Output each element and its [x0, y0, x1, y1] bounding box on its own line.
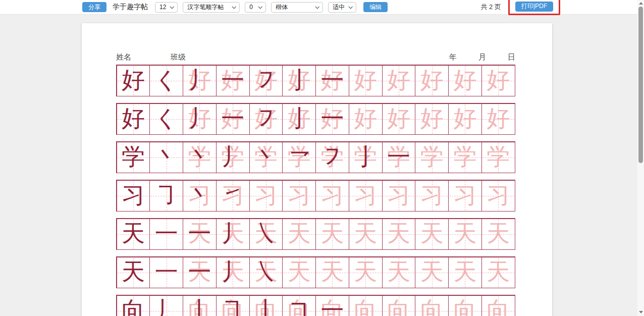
- character-glyph: 学: [420, 145, 444, 168]
- font-size-value: 12: [159, 4, 166, 11]
- grid-row: 学丶学丶学丿学丶学㇖学㇇学亅学一学学学: [116, 141, 515, 173]
- grid-row: 好く好丿好一好㇇好亅好一好好好好好: [116, 65, 515, 96]
- class-label: 班级: [171, 52, 186, 62]
- chevron-down-icon: [170, 5, 174, 9]
- stroke-glyph: 丿: [221, 145, 244, 168]
- practice-cell: 习: [415, 180, 449, 212]
- stroke-glyph: ㇆: [221, 298, 244, 316]
- practice-cell: 天: [415, 257, 449, 288]
- practice-cell: 向: [448, 295, 482, 316]
- template-select[interactable]: 汉字笔顺字帖: [183, 2, 240, 13]
- stroke-glyph: く: [154, 107, 178, 130]
- character-glyph: 好: [487, 68, 510, 91]
- character-glyph: 天: [387, 222, 410, 245]
- character-glyph: 天: [122, 222, 145, 245]
- practice-cell: 天㇏: [249, 219, 283, 250]
- practice-cell: 天: [315, 257, 349, 288]
- practice-cell: 向丨: [249, 295, 283, 316]
- practice-cell: 丿: [149, 295, 183, 316]
- practice-cell: 好一: [315, 103, 349, 135]
- character-glyph: 天: [354, 260, 377, 283]
- practice-cell: 好: [415, 65, 449, 96]
- character-glyph: 习: [354, 183, 377, 206]
- annotation-highlight-box: 打印|PDF: [508, 0, 560, 15]
- character-glyph: 好: [387, 68, 410, 91]
- practice-cell: 向: [415, 295, 449, 316]
- practice-cell: 好丿: [183, 103, 217, 135]
- grid-row: 向丿向丨向㇆向丨向㇕向一向向向向向: [116, 295, 515, 316]
- worksheet-page: 姓名 班级 年 月 日 好く好丿好一好㇇好亅好一好好好好好好く好丿好一好㇇好亅好…: [82, 23, 552, 316]
- edit-button[interactable]: 编辑: [363, 2, 388, 12]
- practice-cell: 好一: [216, 65, 250, 96]
- font-family-value: 楷体: [276, 3, 288, 12]
- practice-cell: 好㇇: [249, 103, 283, 135]
- character-glyph: 天: [387, 260, 410, 283]
- character-glyph: 习: [387, 183, 410, 206]
- print-pdf-button[interactable]: 打印|PDF: [515, 2, 553, 12]
- stroke-glyph: 丨: [254, 298, 278, 316]
- character-glyph: 好: [453, 68, 476, 91]
- practice-cell: ㇆: [149, 180, 183, 212]
- practice-cell: 天: [481, 219, 515, 250]
- spacing-select[interactable]: 适中: [328, 2, 356, 13]
- practice-cell: 天㇏: [249, 257, 283, 288]
- toolbar: 分享 学于趣字帖 12 汉字笔顺字帖 0 楷体 适中 编辑 共 2 页 打印|P…: [0, 0, 644, 15]
- stroke-glyph: 丿: [155, 298, 178, 316]
- chevron-down-icon: [349, 5, 353, 9]
- scroll-down-arrow-icon[interactable]: [637, 309, 644, 315]
- stroke-glyph: 亅: [354, 145, 377, 168]
- practice-cell: 向一: [315, 295, 349, 316]
- grid-row: 天一天一天丿天㇏天天天天天天天: [116, 256, 515, 288]
- font-family-select[interactable]: 楷体: [271, 2, 323, 13]
- practice-cell: 天: [382, 257, 416, 288]
- character-glyph: 天: [453, 222, 476, 245]
- character-glyph: 好: [122, 68, 145, 91]
- template-value: 汉字笔顺字帖: [187, 3, 224, 12]
- practice-cell: 好㇇: [249, 65, 283, 96]
- practice-cell: 学㇖: [282, 142, 316, 173]
- character-glyph: 向: [420, 298, 444, 316]
- grid-row: 好く好丿好一好㇇好亅好一好好好好好: [116, 103, 515, 135]
- stroke-glyph: 一: [188, 222, 211, 245]
- character-glyph: 好: [354, 107, 377, 130]
- practice-cell: 习: [448, 180, 482, 212]
- practice-cell: 习㇀: [216, 180, 250, 212]
- character-glyph: 天: [420, 260, 444, 283]
- practice-cell: 天: [448, 219, 482, 250]
- character-glyph: 好: [420, 68, 444, 91]
- character-glyph: 天: [288, 260, 311, 283]
- stroke-glyph: 丿: [221, 222, 244, 245]
- stroke-glyph: ㇀: [221, 183, 244, 206]
- practice-cell: 学丶: [249, 142, 283, 173]
- stroke-glyph: ㇕: [288, 298, 311, 316]
- stroke-glyph: ㇇: [254, 107, 278, 130]
- practice-cell: 天: [117, 257, 150, 288]
- vertical-scrollbar[interactable]: [637, 0, 644, 316]
- font-size-select[interactable]: 12: [155, 2, 178, 13]
- character-glyph: 习: [420, 183, 444, 206]
- practice-cell: 好: [117, 65, 150, 96]
- practice-cell: 好亅: [282, 65, 316, 96]
- stroke-glyph: 丶: [188, 183, 211, 206]
- stroke-glyph: 丶: [155, 145, 178, 168]
- character-glyph: 学: [453, 145, 476, 168]
- practice-cell: 学丿: [216, 142, 250, 173]
- practice-cell: 天: [448, 257, 482, 288]
- stroke-glyph: 一: [155, 260, 178, 283]
- practice-cell: 好一: [315, 65, 349, 96]
- practice-cell: 学一: [382, 142, 416, 173]
- scrollbar-thumb[interactable]: [638, 7, 643, 163]
- practice-cell: 学: [117, 142, 150, 173]
- practice-cell: 天: [349, 219, 383, 250]
- character-glyph: 习: [122, 183, 145, 206]
- character-glyph: 天: [288, 222, 311, 245]
- offset-select[interactable]: 0: [245, 2, 266, 13]
- character-glyph: 习: [453, 183, 476, 206]
- character-glyph: 习: [487, 183, 510, 206]
- share-button[interactable]: 分享: [82, 2, 106, 12]
- practice-cell: 学: [481, 142, 515, 173]
- practice-cell: 好: [448, 103, 482, 135]
- practice-cell: 习丶: [183, 180, 217, 212]
- character-glyph: 天: [320, 260, 344, 283]
- scroll-up-arrow-icon[interactable]: [637, 0, 644, 6]
